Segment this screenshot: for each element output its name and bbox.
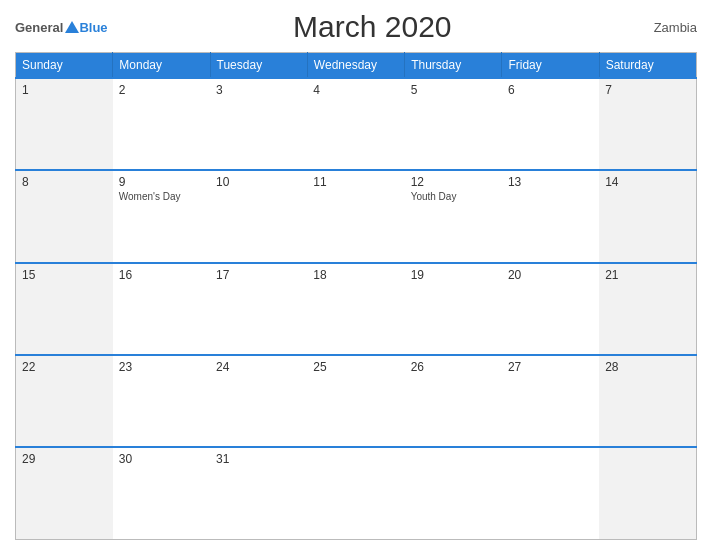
day-number: 29	[22, 452, 107, 466]
day-number: 15	[22, 268, 107, 282]
day-cell	[599, 447, 696, 539]
day-cell: 15	[16, 263, 113, 355]
day-cell: 14	[599, 170, 696, 262]
day-number: 12	[411, 175, 496, 189]
day-cell: 3	[210, 78, 307, 170]
day-cell: 5	[405, 78, 502, 170]
day-number: 31	[216, 452, 301, 466]
logo-blue-text: Blue	[79, 21, 107, 34]
col-sunday: Sunday	[16, 53, 113, 79]
week-row-4: 22232425262728	[16, 355, 697, 447]
logo-triangle-icon	[65, 21, 79, 33]
days-header-row: Sunday Monday Tuesday Wednesday Thursday…	[16, 53, 697, 79]
day-number: 4	[313, 83, 398, 97]
day-cell	[502, 447, 599, 539]
day-cell: 4	[307, 78, 404, 170]
day-cell: 6	[502, 78, 599, 170]
day-number: 18	[313, 268, 398, 282]
calendar-table: Sunday Monday Tuesday Wednesday Thursday…	[15, 52, 697, 540]
day-cell: 25	[307, 355, 404, 447]
day-cell: 10	[210, 170, 307, 262]
day-number: 17	[216, 268, 301, 282]
day-cell: 2	[113, 78, 210, 170]
day-cell: 18	[307, 263, 404, 355]
col-friday: Friday	[502, 53, 599, 79]
day-cell: 7	[599, 78, 696, 170]
day-cell: 22	[16, 355, 113, 447]
day-cell: 28	[599, 355, 696, 447]
day-number: 30	[119, 452, 204, 466]
holiday-label: Women's Day	[119, 191, 204, 202]
day-number: 28	[605, 360, 690, 374]
week-row-3: 15161718192021	[16, 263, 697, 355]
day-cell: 16	[113, 263, 210, 355]
day-number: 9	[119, 175, 204, 189]
day-number: 22	[22, 360, 107, 374]
day-cell	[405, 447, 502, 539]
country-label: Zambia	[637, 20, 697, 35]
day-number: 24	[216, 360, 301, 374]
day-cell: 1	[16, 78, 113, 170]
day-number: 26	[411, 360, 496, 374]
col-saturday: Saturday	[599, 53, 696, 79]
day-number: 6	[508, 83, 593, 97]
week-row-2: 89Women's Day101112Youth Day1314	[16, 170, 697, 262]
day-cell: 20	[502, 263, 599, 355]
day-cell: 24	[210, 355, 307, 447]
day-number: 16	[119, 268, 204, 282]
day-number: 13	[508, 175, 593, 189]
day-number: 2	[119, 83, 204, 97]
day-number: 11	[313, 175, 398, 189]
day-number: 19	[411, 268, 496, 282]
week-row-5: 293031	[16, 447, 697, 539]
day-number: 10	[216, 175, 301, 189]
day-cell: 29	[16, 447, 113, 539]
day-number: 27	[508, 360, 593, 374]
col-wednesday: Wednesday	[307, 53, 404, 79]
day-cell: 27	[502, 355, 599, 447]
day-cell: 9Women's Day	[113, 170, 210, 262]
day-cell: 19	[405, 263, 502, 355]
day-number: 5	[411, 83, 496, 97]
page-header: General Blue March 2020 Zambia	[15, 10, 697, 44]
holiday-label: Youth Day	[411, 191, 496, 202]
day-cell: 26	[405, 355, 502, 447]
day-number: 25	[313, 360, 398, 374]
day-cell: 17	[210, 263, 307, 355]
day-cell: 30	[113, 447, 210, 539]
day-cell: 23	[113, 355, 210, 447]
day-number: 20	[508, 268, 593, 282]
col-tuesday: Tuesday	[210, 53, 307, 79]
logo-general-text: General	[15, 21, 63, 34]
day-number: 8	[22, 175, 107, 189]
day-number: 1	[22, 83, 107, 97]
day-number: 14	[605, 175, 690, 189]
day-cell: 21	[599, 263, 696, 355]
day-number: 23	[119, 360, 204, 374]
day-cell: 8	[16, 170, 113, 262]
day-cell	[307, 447, 404, 539]
logo: General Blue	[15, 21, 108, 34]
day-cell: 11	[307, 170, 404, 262]
day-cell: 31	[210, 447, 307, 539]
calendar-title: March 2020	[108, 10, 637, 44]
day-number: 21	[605, 268, 690, 282]
col-thursday: Thursday	[405, 53, 502, 79]
day-number: 3	[216, 83, 301, 97]
col-monday: Monday	[113, 53, 210, 79]
week-row-1: 1234567	[16, 78, 697, 170]
day-cell: 13	[502, 170, 599, 262]
day-cell: 12Youth Day	[405, 170, 502, 262]
day-number: 7	[605, 83, 690, 97]
